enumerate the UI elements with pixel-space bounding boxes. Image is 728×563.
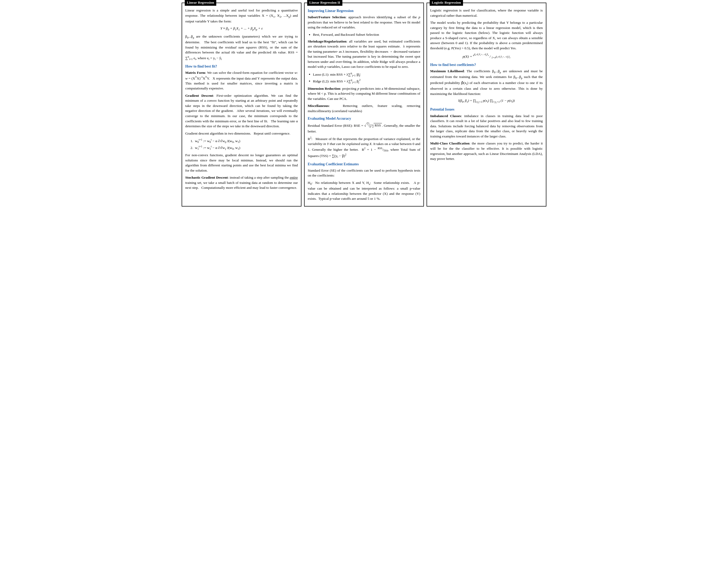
col2-se: Standard Error (SE) of the coefficients …	[308, 168, 420, 178]
column-logistic-regression: Logistic Regression Logistic regression …	[427, 3, 546, 206]
col2-title: Linear Regression II	[307, 0, 342, 6]
col2-heading-accuracy: Evaluating Model Accuracy	[308, 116, 420, 121]
col2-r2: R2: Measure of fit that represents the p…	[308, 136, 420, 159]
col2-heading-improving: Improving Linear Regression	[308, 8, 420, 14]
col1-sgd: Stochastic Gradient Descent: instead of …	[185, 175, 298, 190]
col3-heading-issues: Potential Issues	[430, 107, 543, 112]
col2-dimension-reduction: Dimension Reduction: projecting p predic…	[308, 86, 420, 101]
col2-subset-item1: Best, Forward, and Backward Subset Selec…	[313, 32, 420, 37]
column-linear-regression-2: Linear Regression II Improving Linear Re…	[304, 3, 424, 206]
col3-imbalanced: Imbalanced Classes: imbalance in classes…	[430, 113, 543, 139]
col3-intro: Logistic regression is used for classifi…	[430, 8, 543, 18]
col2-content: Improving Linear Regression Subset/Featu…	[308, 8, 420, 201]
col3-multiclass: Multi-Class Classification: the more cla…	[430, 141, 543, 161]
col1-gd-two-dim: Gradient descent algorithm in two dimens…	[185, 131, 298, 136]
col2-shrinkage: Shrinkage/Regularization: all variables …	[308, 39, 420, 69]
col2-subset-list: Best, Forward, and Backward Subset Selec…	[313, 32, 420, 37]
col3-formula-px: p(X) = eβ0+β1X1+...+βpXp / 1+eβ0+β1X1+..…	[430, 53, 543, 60]
col1-formula-main: Y ≈ β0 + β1X1 + ... + βpXp + ε	[185, 26, 298, 32]
col1-gd-step1: 1. w0t+1 := w0t − α ∂/∂w0 J(w0, w1)	[190, 138, 298, 144]
col2-hypotheses: H0: No relationship between X and Y, Ha:…	[308, 180, 420, 201]
col2-heading-coeff: Evaluating Coefficient Estimates	[308, 162, 420, 167]
col2-lasso: Lasso (L1): min RSS + λ∑pj=1 |βj|	[313, 71, 420, 78]
col1-coefficients: β0...βp are the unknown coefficients (pa…	[185, 34, 298, 61]
col3-heading-bestcoeff: How to find best coefficients?	[430, 62, 543, 67]
col1-intro: Linear regression is a simple and useful…	[185, 8, 298, 24]
col3-content: Logistic regression is used for classifi…	[430, 8, 543, 161]
col3-model-description: The model works by predicting the probab…	[430, 20, 543, 51]
col2-rse: Residual Standard Error (RSE): RSE = √ 1…	[308, 122, 420, 134]
col1-content: Linear regression is a simple and useful…	[185, 8, 298, 190]
col3-mle: Maximum Likelihood: The coefficients β0.…	[430, 69, 543, 96]
col1-nonconvex: For non-convex functions, gradient desce…	[185, 152, 298, 173]
col2-miscellaneous: Miscellaneous: Removing outliers, featur…	[308, 103, 420, 113]
col1-matrix-form: Matrix Form: We can solve the closed-for…	[185, 70, 298, 91]
col2-subset-selection: Subset/Feature Selection: approach invol…	[308, 15, 420, 30]
col2-shrinkage-list: Lasso (L1): min RSS + λ∑pj=1 |βj| Ridge …	[313, 71, 420, 84]
col3-title: Logistic Regression	[430, 0, 463, 6]
col1-heading-bestfit: How to find best fit?	[185, 64, 298, 69]
col2-ridge: Ridge (L2): min RSS + λ∑pj=1 βj2	[313, 78, 420, 84]
col1-gd-steps: 1. w0t+1 := w0t − α ∂/∂w0 J(w0, w1) 2. w…	[190, 138, 298, 151]
col1-gd-step2: 2. w1t+1 := w1t − α ∂/∂w1 J(w0, w1)	[190, 145, 298, 151]
col1-title: Linear Regression	[185, 0, 216, 6]
column-linear-regression: Linear Regression Linear regression is a…	[182, 3, 301, 206]
col1-gradient-descent: Gradient Descent: First-order optimizati…	[185, 93, 298, 129]
col3-likelihood-formula: l(β0, β1) = ∏i:yi=1 p(xi) ∏i':yi'=1 (1 −…	[430, 98, 543, 104]
main-layout: Linear Regression Linear regression is a…	[182, 3, 546, 206]
